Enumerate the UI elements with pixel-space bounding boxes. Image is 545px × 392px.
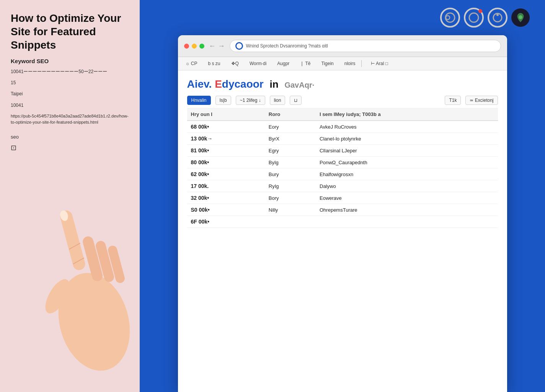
table-cell-vol-2: 81 00k• <box>187 145 265 157</box>
col-header-desc: I sem IMey iudya; T003b a <box>316 108 498 121</box>
top-icons-row <box>440 8 545 28</box>
tab-augpr[interactable]: Augpr <box>276 60 291 67</box>
table-cell-vol-8: 6F 00k• <box>187 216 265 228</box>
tab-0[interactable]: ☼ CP <box>184 60 199 67</box>
tag-seo: seo <box>11 134 129 140</box>
table-cell-col2-7: Nilly <box>265 204 316 216</box>
table-cell-col2-4: Bury <box>265 168 316 180</box>
table-row: 17 00k.RyIgDalywo <box>187 180 498 192</box>
browser-content: Aiev. Edycaoor in GavAqr· Hnvalin Is|b ~… <box>178 70 507 228</box>
toolbar-btn-isb[interactable]: Is|b <box>215 96 231 105</box>
content-title-sub: GavAqr· <box>284 81 314 89</box>
nav-buttons: ← → <box>209 42 225 50</box>
table-header-row: Hry oun I Roro I sem IMey iudya; T003b a <box>187 108 498 121</box>
table-row: 13 00k→ByrXClaneI-lo ptolynrke <box>187 133 498 145</box>
top-icon-1 <box>440 8 460 28</box>
meta-url: https://pub-5c454f571b8e40a3a2aad27ade84… <box>11 113 129 126</box>
traffic-lights <box>184 44 204 49</box>
tab-te[interactable]: ❘ Tē <box>299 60 312 67</box>
left-panel: How to Optimize Your Site for Featured S… <box>0 0 140 392</box>
toolbar-btn-excietonj[interactable]: ≃ Excietonj <box>465 96 498 105</box>
toolbar-btn-t1k[interactable]: T1k <box>445 96 461 105</box>
tab-worm[interactable]: Worm·di <box>248 60 268 67</box>
table-cell-col2-8 <box>265 216 316 228</box>
data-table: Hry oun I Roro I sem IMey iudya; T003b a… <box>187 108 498 228</box>
table-cell-col3-3: PonwΩ_Caurapednth <box>316 157 498 168</box>
table-cell-col2-3: ByIg <box>265 157 316 168</box>
traffic-light-green[interactable] <box>199 44 204 49</box>
content-title-main: Aiev. Edycaoor in GavAqr· <box>187 78 315 90</box>
meta-id: 10041ーーーーーーーーーーーー50ー22ーーー <box>11 68 129 75</box>
top-icon-3 <box>488 8 507 28</box>
table-cell-col3-7: OhrepemsTurare <box>316 204 498 216</box>
meta-code: 10041 <box>11 102 129 109</box>
svg-point-10 <box>446 16 450 20</box>
table-cell-vol-7: S0 00k• <box>187 204 265 216</box>
table-cell-col3-6: Eowerave <box>316 192 498 204</box>
table-row: 81 00k•EgryClIarsinal LJeper <box>187 145 498 157</box>
toolbar-btn-lion[interactable]: lion <box>270 96 286 105</box>
col-header-roro: Roro <box>265 108 316 121</box>
address-text: Wnind Sprotech Dvsanroming ?mats αitl <box>246 43 495 49</box>
table-row: 6F 00k• <box>187 216 498 228</box>
svg-point-14 <box>519 15 522 19</box>
tab-nloirs[interactable]: nloirs <box>343 60 362 67</box>
table-row: 80 00k•ByIgPonwΩ_Caurapednth <box>187 157 498 168</box>
table-cell-vol-4: 62 00k• <box>187 168 265 180</box>
table-cell-col3-0: AvkeJ RuCroves <box>316 121 498 133</box>
address-bar[interactable]: Wnind Sprotech Dvsanroming ?mats αitl <box>230 40 501 52</box>
table-cell-col3-1: ClaneI-lo ptolynrke <box>316 133 498 145</box>
tab-2[interactable]: ❖Q <box>230 60 240 67</box>
hand-illustration <box>23 178 145 392</box>
table-cell-col3-5: Dalywo <box>316 180 498 192</box>
traffic-light-red[interactable] <box>184 44 189 49</box>
browser-window: ← → Wnind Sprotech Dvsanroming ?mats αit… <box>178 35 507 392</box>
svg-point-11 <box>469 13 478 22</box>
table-row: 68 00k•EoryAvkeJ RuCroves <box>187 121 498 133</box>
tab-tigein[interactable]: Tigein <box>320 60 335 67</box>
content-title-in: in <box>270 78 279 90</box>
table-cell-col2-6: Bory <box>265 192 316 204</box>
table-row: 32 00k•BoryEowerave <box>187 192 498 204</box>
table-cell-col2-0: Eory <box>265 121 316 133</box>
table-cell-vol-6: 32 00k• <box>187 192 265 204</box>
hand-svg <box>23 178 145 392</box>
tab-1[interactable]: b s zu <box>207 60 222 67</box>
nav-back-icon[interactable]: ← <box>209 42 216 50</box>
table-cell-col3-4: Ehalfowigrosxn <box>316 168 498 180</box>
address-circle-icon <box>235 42 243 50</box>
table-row: S0 00k•NillyOhrepemsTurare <box>187 204 498 216</box>
table-cell-col2-5: RyIg <box>265 180 316 192</box>
table-cell-col2-2: Egry <box>265 145 316 157</box>
toolbar-btn-12lifeg[interactable]: ~1 2lifeg ↓ <box>236 96 265 105</box>
content-header: Aiev. Edycaoor in GavAqr· <box>187 78 498 90</box>
table-cell-vol-3: 80 00k• <box>187 157 265 168</box>
table-cell-col3-2: ClIarsinal LJeper <box>316 145 498 157</box>
meta-city: Taipei <box>11 90 129 98</box>
top-icon-4 <box>511 8 530 27</box>
nav-forward-icon[interactable]: → <box>218 42 225 50</box>
toolbar-btn-hnvalin[interactable]: Hnvalin <box>187 96 211 105</box>
right-panel: ← → Wnind Sprotech Dvsanroming ?mats αit… <box>140 0 545 392</box>
tag-icon: ⊡ <box>11 144 129 152</box>
browser-tabs-bar: ☼ CP b s zu ❖Q Worm·di Augpr ❘ Tē Tigein… <box>178 57 507 70</box>
browser-chrome: ← → Wnind Sprotech Dvsanroming ?mats αit… <box>178 35 507 57</box>
table-cell-vol-1: 13 00k→ <box>187 133 265 145</box>
keyword-label: Keyword SEO <box>11 58 129 64</box>
meta-num: 15 <box>11 79 129 87</box>
table-cell-col3-8 <box>316 216 498 228</box>
table-cell-col2-1: ByrX <box>265 133 316 145</box>
table-cell-vol-0: 68 00k• <box>187 121 265 133</box>
svg-point-13 <box>496 14 499 16</box>
traffic-light-yellow[interactable] <box>192 44 197 49</box>
toolbar-btn-icon5[interactable]: ⊔ <box>290 96 302 105</box>
table-cell-vol-5: 17 00k. <box>187 180 265 192</box>
table-row: 62 00k•BuryEhalfowigrosxn <box>187 168 498 180</box>
table-toolbar: Hnvalin Is|b ~1 2lifeg ↓ lion ⊔ T1k ≃ Ex… <box>187 93 498 108</box>
content-title-blue: Aiev. Edycaoor <box>187 78 264 90</box>
article-title: How to Optimize Your Site for Featured S… <box>11 11 129 52</box>
col-header-vol: Hry oun I <box>187 108 265 121</box>
tab-aral[interactable]: ⊢ Aral □ <box>369 60 390 67</box>
